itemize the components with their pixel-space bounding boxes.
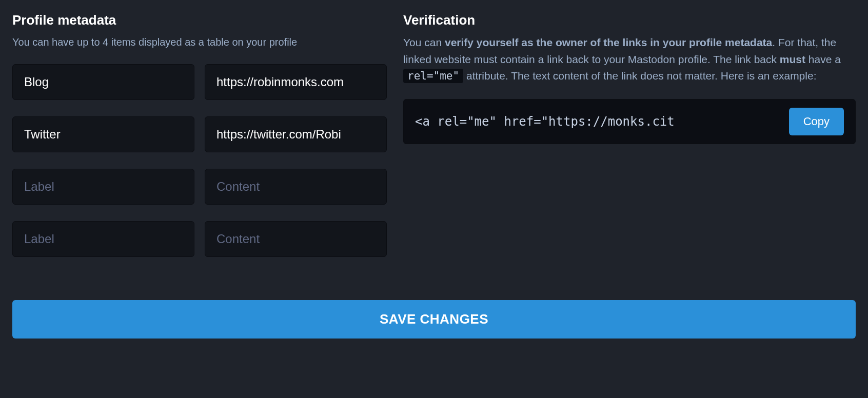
profile-metadata-heading: Profile metadata — [12, 12, 387, 28]
profile-metadata-rows — [12, 64, 387, 257]
field-content-input[interactable] — [205, 221, 387, 257]
verification-explanation: You can verify yourself as the owner of … — [403, 34, 856, 85]
field-label-input[interactable] — [12, 169, 194, 205]
text-bold: verify yourself as the owner of the link… — [445, 36, 772, 48]
verification-code-box: <a rel="me" href="https://monks.cit Copy — [403, 99, 856, 144]
copy-button[interactable]: Copy — [789, 108, 844, 135]
inline-code: rel="me" — [403, 69, 463, 83]
table-row — [12, 64, 387, 100]
save-changes-button[interactable]: SAVE CHANGES — [12, 300, 856, 339]
field-label-input[interactable] — [12, 221, 194, 257]
field-label-input[interactable] — [12, 64, 194, 100]
verification-section: Verification You can verify yourself as … — [403, 12, 856, 257]
table-row — [12, 221, 387, 257]
text: attribute. The text content of the link … — [463, 70, 816, 82]
profile-metadata-section: Profile metadata You can have up to 4 it… — [12, 12, 387, 257]
settings-columns: Profile metadata You can have up to 4 it… — [12, 12, 856, 257]
text-bold: must — [780, 53, 805, 65]
field-content-input[interactable] — [205, 169, 387, 205]
table-row — [12, 116, 387, 152]
field-label-input[interactable] — [12, 116, 194, 152]
text: You can — [403, 36, 445, 48]
field-content-input[interactable] — [205, 116, 387, 152]
verification-code-snippet: <a rel="me" href="https://monks.cit — [415, 114, 781, 129]
table-row — [12, 169, 387, 205]
verification-heading: Verification — [403, 12, 856, 28]
field-content-input[interactable] — [205, 64, 387, 100]
text: have a — [805, 53, 841, 65]
profile-metadata-hint: You can have up to 4 items displayed as … — [12, 34, 387, 50]
